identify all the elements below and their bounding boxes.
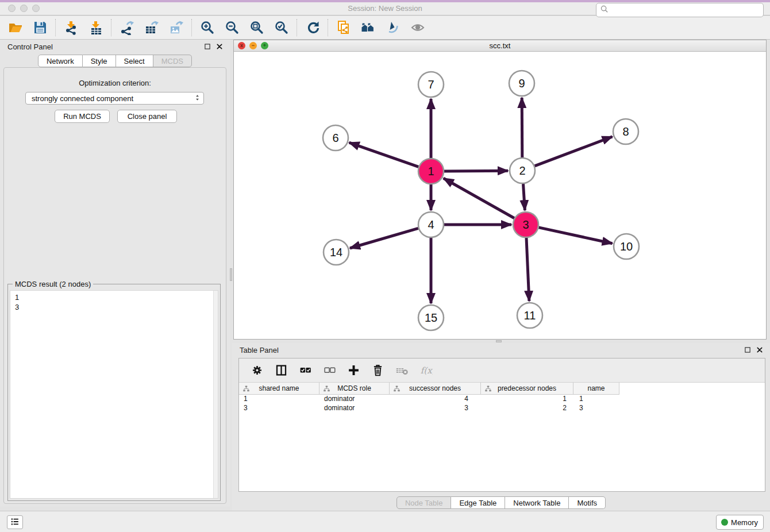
hide-graphics-details-icon[interactable] bbox=[385, 20, 401, 36]
zoom-selected-icon[interactable] bbox=[274, 20, 289, 36]
tab-motifs[interactable]: Motifs bbox=[569, 496, 606, 509]
column-header-predecessor-nodes[interactable]: predecessor nodes bbox=[481, 383, 573, 395]
edge-1-2[interactable] bbox=[444, 171, 508, 171]
node-9[interactable]: 9 bbox=[509, 71, 534, 96]
import-table-icon[interactable] bbox=[88, 20, 103, 36]
edge-3-11[interactable] bbox=[526, 238, 529, 301]
table-header-row: shared nameMCDS rolesuccessor nodesprede… bbox=[239, 383, 619, 395]
tab-mcds[interactable]: MCDS bbox=[153, 55, 192, 67]
show-panels-button[interactable] bbox=[7, 515, 23, 529]
node-14[interactable]: 14 bbox=[324, 240, 349, 265]
cell-shared-name[interactable]: 1 bbox=[239, 395, 319, 404]
splitter-grip[interactable] bbox=[496, 340, 502, 342]
memory-label: Memory bbox=[731, 518, 758, 527]
result-scrollbar[interactable] bbox=[213, 291, 218, 498]
zoom-out-icon[interactable] bbox=[224, 20, 240, 36]
svg-text:2: 2 bbox=[519, 164, 525, 177]
export-image-icon[interactable] bbox=[168, 20, 184, 36]
float-panel-icon[interactable] bbox=[744, 346, 751, 355]
select-all-icon[interactable] bbox=[298, 363, 313, 378]
edge-3-10[interactable] bbox=[539, 228, 613, 244]
status-bar: Memory bbox=[0, 511, 770, 532]
column-header-MCDS-role[interactable]: MCDS role bbox=[319, 383, 390, 395]
home-icon[interactable] bbox=[360, 20, 376, 36]
cell-MCDS-role[interactable]: dominator bbox=[319, 395, 390, 404]
close-panel-button[interactable]: Close panel bbox=[117, 110, 177, 123]
edge-2-9[interactable] bbox=[522, 98, 522, 157]
column-header-successor-nodes[interactable]: successor nodes bbox=[390, 383, 481, 395]
control-panel-title: Control Panel bbox=[7, 43, 53, 51]
close-panel-icon[interactable] bbox=[216, 43, 223, 52]
network-canvas[interactable]: 7968124314101511 bbox=[234, 52, 766, 339]
zoom-fit-icon[interactable] bbox=[249, 20, 264, 36]
run-mcds-button[interactable]: Run MCDS bbox=[55, 110, 110, 123]
import-network-icon[interactable] bbox=[63, 20, 79, 36]
node-8[interactable]: 8 bbox=[613, 119, 638, 144]
memory-button[interactable]: Memory bbox=[716, 515, 764, 530]
tab-select[interactable]: Select bbox=[116, 55, 153, 67]
tab-network-table[interactable]: Network Table bbox=[505, 496, 569, 509]
cell-predecessor-nodes[interactable]: 1 bbox=[481, 395, 573, 404]
export-network-icon[interactable] bbox=[119, 20, 134, 36]
zoom-in-icon[interactable] bbox=[199, 20, 215, 36]
cell-predecessor-nodes[interactable]: 2 bbox=[481, 404, 573, 413]
mcds-result-textarea[interactable]: 1 3 bbox=[10, 290, 218, 499]
svg-text:15: 15 bbox=[425, 311, 437, 324]
save-session-icon[interactable] bbox=[32, 20, 48, 36]
optimization-criterion-label: Optimization criterion: bbox=[4, 79, 226, 87]
delete-row-icon[interactable] bbox=[370, 363, 386, 378]
show-graphics-details-icon[interactable] bbox=[410, 20, 425, 36]
edge-4-14[interactable] bbox=[350, 228, 418, 248]
node-11[interactable]: 11 bbox=[517, 303, 542, 328]
cell-shared-name[interactable]: 3 bbox=[239, 404, 319, 413]
edge-1-6[interactable] bbox=[349, 142, 419, 167]
tab-network[interactable]: Network bbox=[38, 55, 83, 67]
svg-text:4: 4 bbox=[428, 218, 434, 231]
node-4[interactable]: 4 bbox=[418, 212, 444, 237]
node-15[interactable]: 15 bbox=[418, 305, 444, 330]
settings-icon[interactable] bbox=[249, 363, 265, 378]
cell-successor-nodes[interactable]: 4 bbox=[390, 395, 481, 404]
columns-icon[interactable] bbox=[274, 363, 289, 378]
table-row[interactable]: 3dominator323 bbox=[239, 404, 765, 413]
cell-MCDS-role[interactable]: dominator bbox=[319, 404, 390, 413]
add-row-icon[interactable] bbox=[346, 363, 361, 378]
edge-3-1[interactable] bbox=[444, 178, 514, 218]
column-header-shared-name[interactable]: shared name bbox=[239, 383, 319, 395]
export-table-icon[interactable] bbox=[144, 20, 159, 36]
tab-node-table[interactable]: Node Table bbox=[396, 496, 452, 509]
edge-2-8[interactable] bbox=[535, 137, 613, 166]
toolbar-group bbox=[191, 19, 297, 36]
node-2[interactable]: 2 bbox=[510, 158, 535, 183]
svg-text:14: 14 bbox=[330, 246, 342, 259]
node-3[interactable]: 3 bbox=[513, 212, 538, 237]
toolbar-group bbox=[55, 19, 111, 36]
open-session-icon[interactable] bbox=[7, 20, 23, 36]
search-field[interactable] bbox=[596, 3, 764, 17]
edge-2-3[interactable] bbox=[523, 184, 525, 210]
node-1[interactable]: 1 bbox=[418, 159, 444, 184]
float-panel-icon[interactable] bbox=[204, 43, 211, 52]
criterion-dropdown[interactable]: strongly connected component bbox=[25, 92, 204, 105]
node-6[interactable]: 6 bbox=[323, 125, 348, 151]
network-window-titlebar[interactable]: x − + scc.txt bbox=[234, 40, 766, 52]
table-toolbar: f(x) bbox=[239, 358, 765, 383]
function-builder-icon[interactable]: f(x) bbox=[418, 363, 434, 378]
tab-style[interactable]: Style bbox=[83, 55, 116, 67]
cell-successor-nodes[interactable]: 3 bbox=[390, 404, 481, 413]
search-input[interactable] bbox=[610, 4, 763, 16]
column-header-name[interactable]: name bbox=[573, 383, 619, 395]
node-7[interactable]: 7 bbox=[418, 72, 444, 97]
cell-name[interactable]: 1 bbox=[573, 395, 619, 404]
close-panel-icon[interactable] bbox=[756, 346, 763, 355]
apply-layout-icon[interactable] bbox=[305, 20, 320, 36]
deselect-all-icon[interactable] bbox=[322, 363, 337, 378]
node-10[interactable]: 10 bbox=[614, 234, 639, 259]
tab-edge-table[interactable]: Edge Table bbox=[451, 496, 505, 509]
table-row[interactable]: 1dominator411 bbox=[239, 395, 765, 404]
delete-table-icon[interactable] bbox=[394, 363, 410, 378]
splitter-grip[interactable] bbox=[230, 268, 232, 281]
clone-network-icon[interactable] bbox=[336, 20, 351, 36]
table-body: 1dominator4113dominator323 bbox=[239, 395, 765, 491]
cell-name[interactable]: 3 bbox=[573, 404, 619, 413]
